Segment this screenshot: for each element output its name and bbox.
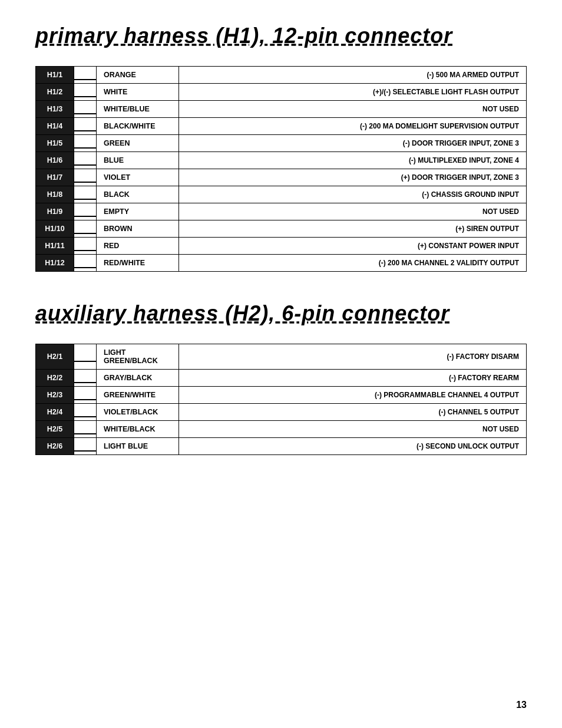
connector-line <box>74 344 97 370</box>
table-row: H2/4VIOLET/BLACK(-) CHANNEL 5 OUTPUT <box>36 404 527 421</box>
table-row: H2/5WHITE/BLACKNOT USED <box>36 421 527 438</box>
wire-function: (-) 500 mA ARMED OUTPUT <box>179 67 527 84</box>
pin-label: H2/6 <box>36 438 74 455</box>
pin-label: H2/2 <box>36 370 74 387</box>
wire-color: RED/WHITE <box>97 255 179 272</box>
connector-line <box>74 255 97 272</box>
wire-color: LIGHT GREEN/BLACK <box>97 344 179 370</box>
wire-function: (+) DOOR TRIGGER INPUT, ZONE 3 <box>179 169 527 186</box>
wire-function: (-) SECOND UNLOCK OUTPUT <box>179 438 527 455</box>
pin-label: H2/3 <box>36 387 74 404</box>
table-row: H1/7VIOLET(+) DOOR TRIGGER INPUT, ZONE 3 <box>36 169 527 186</box>
wire-color: WHITE/BLUE <box>97 101 179 118</box>
pin-label: H2/5 <box>36 421 74 438</box>
connector-line <box>74 370 97 387</box>
auxiliary-harness-title: auxiliary harness (H2), 6-pin connector <box>35 301 527 326</box>
table-row: H1/4BLACK/WHITE(-) 200 mA DOMELIGHT SUPE… <box>36 118 527 135</box>
connector-line <box>74 220 97 238</box>
wire-function: NOT USED <box>179 101 527 118</box>
table-row: H1/12RED/WHITE(-) 200 mA CHANNEL 2 VALID… <box>36 255 527 272</box>
wire-color: VIOLET <box>97 169 179 186</box>
pin-label: H1/8 <box>36 186 74 203</box>
connector-line <box>74 438 97 455</box>
wire-function: (-) FACTORY DISARM <box>179 344 527 370</box>
wire-color: EMPTY <box>97 203 179 220</box>
connector-line <box>74 203 97 220</box>
wire-function: (-) MULTIPLEXED INPUT, ZONE 4 <box>179 152 527 169</box>
connector-line <box>74 152 97 169</box>
wire-color: BLACK <box>97 186 179 203</box>
table-row: H1/1ORANGE(-) 500 mA ARMED OUTPUT <box>36 67 527 84</box>
pin-label: H1/7 <box>36 169 74 186</box>
primary-harness-table: H1/1ORANGE(-) 500 mA ARMED OUTPUTH1/2WHI… <box>35 66 527 272</box>
wire-color: GREEN <box>97 135 179 152</box>
wire-color: WHITE/BLACK <box>97 421 179 438</box>
wire-color: GREEN/WHITE <box>97 387 179 404</box>
wire-function: (+)/(-) SELECTABLE LIGHT FLASH OUTPUT <box>179 84 527 101</box>
wire-function: (-) FACTORY REARM <box>179 370 527 387</box>
connector-line <box>74 421 97 438</box>
wire-color: ORANGE <box>97 67 179 84</box>
page-number: 13 <box>516 700 527 710</box>
auxiliary-harness-table: H2/1LIGHT GREEN/BLACK(-) FACTORY DISARMH… <box>35 344 527 455</box>
connector-line <box>74 186 97 203</box>
pin-label: H1/10 <box>36 220 74 238</box>
wire-color: BROWN <box>97 220 179 238</box>
connector-line <box>74 84 97 101</box>
pin-label: H1/4 <box>36 118 74 135</box>
wire-color: WHITE <box>97 84 179 101</box>
table-row: H1/11RED(+) CONSTANT POWER INPUT <box>36 238 527 255</box>
wire-function: (+) CONSTANT POWER INPUT <box>179 238 527 255</box>
auxiliary-harness-section: auxiliary harness (H2), 6-pin connector … <box>35 301 527 455</box>
wire-color: BLUE <box>97 152 179 169</box>
table-row: H1/5GREEN(-) DOOR TRIGGER INPUT, ZONE 3 <box>36 135 527 152</box>
pin-label: H1/12 <box>36 255 74 272</box>
table-row: H1/3WHITE/BLUENOT USED <box>36 101 527 118</box>
pin-label: H1/2 <box>36 84 74 101</box>
pin-label: H2/1 <box>36 344 74 370</box>
wire-color: RED <box>97 238 179 255</box>
connector-line <box>74 67 97 84</box>
table-row: H2/2GRAY/BLACK(-) FACTORY REARM <box>36 370 527 387</box>
wire-color: LIGHT BLUE <box>97 438 179 455</box>
connector-line <box>74 404 97 421</box>
pin-label: H1/11 <box>36 238 74 255</box>
wire-function: (-) 200 mA CHANNEL 2 VALIDITY OUTPUT <box>179 255 527 272</box>
wire-function: (-) PROGRAMMABLE CHANNEL 4 OUTPUT <box>179 387 527 404</box>
wire-function: (-) 200 mA DOMELIGHT SUPERVISION OUTPUT <box>179 118 527 135</box>
connector-line <box>74 118 97 135</box>
connector-line <box>74 101 97 118</box>
pin-label: H2/4 <box>36 404 74 421</box>
connector-line <box>74 169 97 186</box>
wire-color: VIOLET/BLACK <box>97 404 179 421</box>
table-row: H1/8BLACK(-) CHASSIS GROUND INPUT <box>36 186 527 203</box>
connector-line <box>74 135 97 152</box>
wire-function: (-) DOOR TRIGGER INPUT, ZONE 3 <box>179 135 527 152</box>
connector-line <box>74 387 97 404</box>
table-row: H2/3GREEN/WHITE(-) PROGRAMMABLE CHANNEL … <box>36 387 527 404</box>
table-row: H1/10BROWN(+) SIREN OUTPUT <box>36 220 527 238</box>
pin-label: H1/9 <box>36 203 74 220</box>
connector-line <box>74 238 97 255</box>
table-row: H1/2WHITE(+)/(-) SELECTABLE LIGHT FLASH … <box>36 84 527 101</box>
wire-function: (-) CHASSIS GROUND INPUT <box>179 186 527 203</box>
pin-label: H1/5 <box>36 135 74 152</box>
wire-function: (+) SIREN OUTPUT <box>179 220 527 238</box>
wire-function: NOT USED <box>179 203 527 220</box>
table-row: H2/6LIGHT BLUE(-) SECOND UNLOCK OUTPUT <box>36 438 527 455</box>
pin-label: H1/1 <box>36 67 74 84</box>
wire-function: NOT USED <box>179 421 527 438</box>
primary-harness-title: primary harness (H1), 12-pin connector <box>35 24 527 48</box>
wire-color: GRAY/BLACK <box>97 370 179 387</box>
primary-harness-section: primary harness (H1), 12-pin connector H… <box>35 24 527 272</box>
wire-color: BLACK/WHITE <box>97 118 179 135</box>
wire-function: (-) CHANNEL 5 OUTPUT <box>179 404 527 421</box>
pin-label: H1/3 <box>36 101 74 118</box>
table-row: H2/1LIGHT GREEN/BLACK(-) FACTORY DISARM <box>36 344 527 370</box>
table-row: H1/6BLUE(-) MULTIPLEXED INPUT, ZONE 4 <box>36 152 527 169</box>
table-row: H1/9EMPTYNOT USED <box>36 203 527 220</box>
pin-label: H1/6 <box>36 152 74 169</box>
